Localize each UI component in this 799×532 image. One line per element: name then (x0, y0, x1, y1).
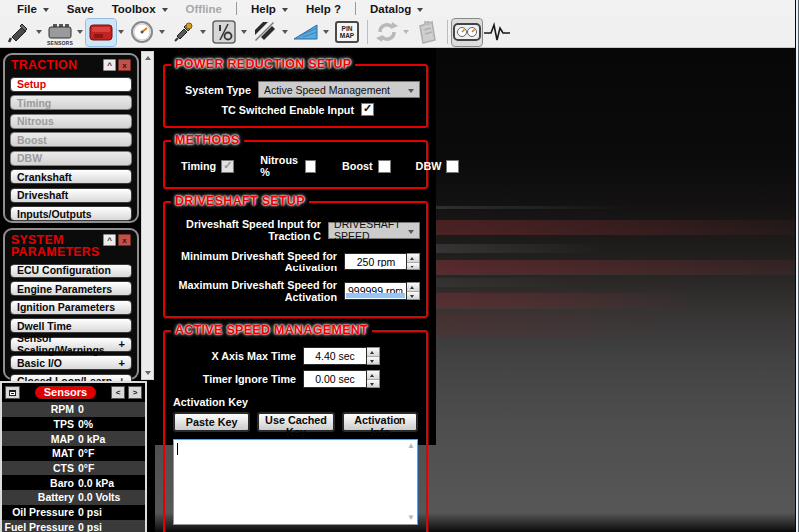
timer-ignore-time-spinner: 0.00 sec (303, 370, 380, 388)
textarea-scroll-up-icon[interactable]: ▲ (407, 442, 415, 450)
sensor-row-cts: CTS0°F (2, 461, 145, 476)
gauge-icon (130, 20, 154, 44)
spin-down-button[interactable] (367, 379, 379, 388)
chevron-down-icon (162, 8, 168, 12)
chevron-down-icon (282, 8, 288, 12)
method-timing: Timing (181, 160, 234, 173)
menubar: File Save Toolbox Offline Help Help ? Da… (0, 0, 799, 17)
sidebar-item-crankshaft[interactable]: Crankshaft (10, 169, 132, 184)
menu-file[interactable]: File (8, 0, 58, 17)
ecu-dropdown[interactable] (116, 19, 126, 45)
section-title: POWER REDUCTION SETUP (171, 57, 355, 71)
dbw-checkbox[interactable] (446, 160, 459, 173)
spin-up-button[interactable] (407, 283, 419, 291)
belt-dropdown[interactable] (280, 19, 290, 45)
fan-wedge-icon (293, 22, 319, 42)
sensors-next-button[interactable]: > (128, 386, 142, 399)
use-cached-key-button[interactable]: Use Cached Key (257, 412, 334, 432)
dashboard-button[interactable] (452, 19, 482, 46)
sensors-button[interactable]: SENSORS (45, 19, 75, 46)
driveshaft-setup-section: DRIVESHAFT SETUP Driveshaft Speed Input … (163, 201, 428, 318)
sidebar-scrollbar[interactable] (141, 51, 154, 380)
sensors-title-badge: Sensors (35, 386, 96, 399)
spark-plug-button[interactable] (168, 19, 198, 46)
spin-up-button[interactable] (407, 254, 419, 262)
sidebar-item-basic-io[interactable]: Basic I/O+ (10, 355, 132, 370)
traction-panel: TRACTION ^ x Setup Timing Nitrous Boost … (3, 53, 139, 223)
system-type-dropdown[interactable]: Active Speed Management (258, 81, 420, 98)
spin-down-button[interactable] (407, 262, 419, 270)
fuel-injector-dropdown[interactable] (34, 19, 44, 45)
io-button[interactable] (209, 19, 239, 46)
sensors-prev-button[interactable]: < (111, 386, 125, 399)
min-driveshaft-value[interactable]: 250 rpm (344, 253, 407, 270)
menu-datalog[interactable]: Datalog (361, 0, 432, 17)
collapse-panel-button[interactable]: ^ (103, 59, 116, 71)
menu-separator (236, 2, 237, 15)
spin-down-button[interactable] (407, 291, 419, 300)
spin-up-button[interactable] (367, 371, 379, 379)
menu-help-question[interactable]: Help ? (297, 0, 350, 17)
io-dropdown[interactable] (239, 19, 249, 45)
scroll-up-arrow[interactable] (142, 52, 153, 64)
sidebar-item-ecu-configuration[interactable]: ECU Configuration (10, 264, 132, 278)
sidebar-item-setup[interactable]: Setup (10, 77, 132, 92)
max-driveshaft-value[interactable]: 999999 rpm (344, 282, 407, 300)
sidebar-item-driveshaft[interactable]: Driveshaft (10, 188, 132, 203)
spin-up-button[interactable] (367, 348, 379, 356)
nitrous-checkbox[interactable] (305, 160, 316, 173)
x-axis-max-time-spinner: 4.40 sec (303, 347, 380, 365)
max-driveshaft-spinner: 999999 rpm (344, 282, 420, 300)
collapse-panel-button[interactable]: ^ (103, 234, 116, 246)
menu-help[interactable]: Help (242, 0, 297, 17)
timer-ignore-time-label: Timer Ignore Time (171, 373, 303, 385)
right-pane-splitter[interactable] (795, 0, 799, 532)
spark-plug-dropdown[interactable] (198, 19, 208, 45)
method-dbw: DBW (416, 160, 460, 173)
sensor-row-battery: Battery0.0 Volts (2, 490, 145, 505)
text-cursor (177, 443, 178, 455)
notes-clipboard-icon (416, 20, 438, 44)
ecu-module-icon (89, 22, 113, 42)
boost-checkbox[interactable] (378, 160, 391, 173)
spin-down-button[interactable] (367, 356, 379, 365)
pin-map-button[interactable]: PIN MAP (332, 19, 362, 46)
fuel-injector-button[interactable] (4, 19, 34, 46)
menu-toolbox[interactable]: Toolbox (103, 0, 177, 17)
gauge-dropdown[interactable] (157, 19, 167, 45)
tc-switched-enable-checkbox[interactable] (361, 103, 374, 116)
gauge-button[interactable] (127, 19, 157, 46)
toolbar-separator (447, 20, 448, 44)
x-axis-max-time-value[interactable]: 4.40 sec (303, 347, 367, 365)
activation-key-textarea[interactable]: ▲ ▼ (173, 439, 418, 525)
sidebar-item-timing: Timing (10, 95, 132, 110)
sensors-dropdown[interactable] (75, 19, 85, 45)
close-panel-button[interactable]: x (118, 234, 131, 246)
menu-save[interactable]: Save (58, 0, 103, 17)
textarea-scroll-down-icon[interactable]: ▼ (407, 514, 415, 522)
system-parameters-title: SYSTEM PARAMETERS (11, 234, 93, 258)
fan-button[interactable] (291, 19, 321, 46)
menu-separator (355, 2, 356, 15)
fan-dropdown[interactable] (321, 19, 331, 45)
sidebar-item-sensor-scaling[interactable]: Sensor Scaling/Warnings+ (10, 337, 132, 352)
sidebar-item-dwell-time[interactable]: Dwell Time (10, 318, 132, 333)
sidebar-item-ignition-parameters[interactable]: Ignition Parameters (10, 300, 132, 315)
paste-key-button[interactable]: Paste Key (173, 412, 250, 432)
datalog-scope-button[interactable] (482, 19, 512, 46)
belt-button[interactable] (250, 19, 280, 46)
sidebar-item-inputs-outputs[interactable]: Inputs/Outputs (10, 206, 132, 221)
sidebar-item-engine-parameters[interactable]: Engine Parameters (10, 281, 132, 296)
close-panel-button[interactable]: x (118, 59, 131, 71)
ecu-button[interactable] (86, 19, 116, 46)
dock-window-button[interactable] (5, 386, 20, 399)
driveshaft-input-label: Driveshaft Speed Input for Traction C (171, 218, 328, 242)
scroll-down-arrow[interactable] (142, 367, 153, 379)
driveshaft-input-dropdown[interactable]: DRIVESHAFT SPEED (328, 222, 420, 239)
toolbar: SENSORS (0, 17, 799, 48)
sync-icon (374, 19, 400, 45)
activation-info-button[interactable]: Activation Info (342, 412, 418, 432)
sidebar-item-nitrous: Nitrous (10, 114, 132, 129)
chevron-down-icon (417, 8, 423, 12)
timer-ignore-time-value[interactable]: 0.00 sec (303, 370, 367, 388)
